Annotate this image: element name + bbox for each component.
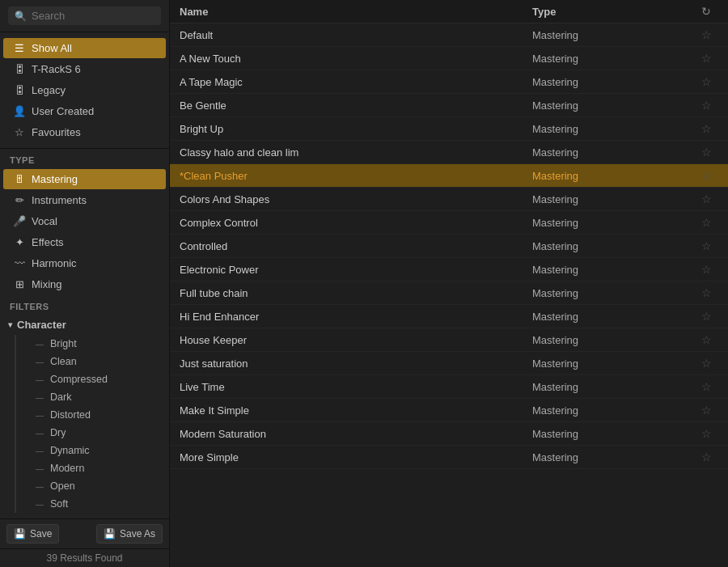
row-name: House Keeper [180, 334, 532, 346]
filter-item-dry[interactable]: — Dry [28, 424, 166, 442]
type-item-harmonic[interactable]: 〰 Harmonic [3, 253, 166, 273]
instruments-icon: ✏ [13, 194, 26, 206]
favourite-icon[interactable]: ☆ [694, 286, 718, 299]
table-row[interactable]: Just saturation Mastering ☆ [170, 352, 728, 375]
filter-item-open[interactable]: — Open [28, 477, 166, 495]
refresh-button[interactable]: ↻ [694, 5, 718, 18]
favourite-icon[interactable]: ☆ [694, 193, 718, 205]
save-button[interactable]: 💾 Save [6, 524, 59, 544]
table-row[interactable]: Colors And Shapes Mastering ☆ [170, 188, 728, 211]
row-name: Classy halo and clean lim [180, 146, 532, 159]
list-icon: ☰ [13, 42, 26, 54]
row-type: Mastering [532, 287, 694, 299]
save-icon: 💾 [14, 528, 26, 539]
favourite-icon[interactable]: ☆ [694, 380, 718, 393]
table-row[interactable]: Full tube chain Mastering ☆ [170, 281, 728, 305]
sidebar-footer: 💾 Save 💾 Save As [0, 518, 169, 548]
row-type: Mastering [532, 311, 694, 323]
table-row[interactable]: More Simple Mastering ☆ [170, 446, 728, 469]
save-as-button[interactable]: 💾 Save As [96, 524, 163, 544]
type-item-effects[interactable]: ✦ Effects [3, 232, 166, 252]
favourite-icon[interactable]: ☆ [694, 357, 718, 370]
filter-item-distorted[interactable]: — Distorted [28, 406, 166, 424]
type-item-instruments[interactable]: ✏ Instruments [3, 190, 166, 210]
filter-label-bright: Bright [50, 338, 77, 349]
row-name: Just saturation [180, 358, 532, 370]
dash-icon: — [36, 375, 44, 384]
nav-label-user-created: User Created [32, 105, 94, 117]
row-type: Mastering [532, 428, 694, 440]
nav-item-favourites[interactable]: ☆ Favourites [3, 122, 166, 142]
main-content: Name Type ↻ Default Mastering ☆ A New To… [170, 0, 728, 567]
favourite-icon[interactable]: ☆ [694, 169, 718, 182]
table-row[interactable]: A New Touch Mastering ☆ [170, 47, 728, 70]
row-name: Colors And Shapes [180, 193, 532, 205]
nav-item-legacy[interactable]: 🎛 Legacy [3, 80, 166, 100]
search-input[interactable] [32, 10, 154, 22]
favourite-icon[interactable]: ☆ [694, 263, 718, 276]
row-type: Mastering [532, 123, 694, 135]
nav-item-user-created[interactable]: 👤 User Created [3, 101, 166, 121]
filters-section-label: Filters [0, 295, 169, 315]
table-row-active[interactable]: *Clean Pusher Mastering ☆ [170, 164, 728, 188]
filter-item-modern[interactable]: — Modern [28, 459, 166, 477]
row-name: Complex Control [180, 217, 532, 229]
favourite-icon[interactable]: ☆ [694, 75, 718, 88]
refresh-icon[interactable]: ↻ [701, 5, 711, 18]
column-header-type: Type [532, 6, 694, 18]
filter-item-compressed[interactable]: — Compressed [28, 370, 166, 388]
table-row[interactable]: Complex Control Mastering ☆ [170, 211, 728, 235]
row-type: Mastering [532, 99, 694, 112]
row-type: Mastering [532, 264, 694, 276]
favourite-icon[interactable]: ☆ [694, 310, 718, 323]
filter-item-clean[interactable]: — Clean [28, 353, 166, 370]
type-item-vocal[interactable]: 🎤 Vocal [3, 211, 166, 231]
favourite-icon[interactable]: ☆ [694, 146, 718, 159]
table-row[interactable]: Controlled Mastering ☆ [170, 235, 728, 258]
table-row[interactable]: A Tape Magic Mastering ☆ [170, 70, 728, 94]
type-label-effects: Effects [32, 236, 64, 248]
type-item-mastering[interactable]: 🎚 Mastering [3, 169, 166, 189]
filter-item-soft[interactable]: — Soft [28, 495, 166, 513]
row-type: Mastering [532, 217, 694, 229]
table-row[interactable]: Be Gentle Mastering ☆ [170, 94, 728, 117]
favourite-icon[interactable]: ☆ [694, 216, 718, 229]
table-row[interactable]: Default Mastering ☆ [170, 23, 728, 47]
favourite-icon[interactable]: ☆ [694, 52, 718, 65]
favourite-icon[interactable]: ☆ [694, 333, 718, 346]
filter-scroll-container[interactable]: ▾ Character — Bright — Clean — [0, 315, 169, 518]
table-row[interactable]: Make It Simple Mastering ☆ [170, 399, 728, 422]
row-name: Default [180, 29, 532, 41]
favourite-icon[interactable]: ☆ [694, 404, 718, 417]
favourite-icon[interactable]: ☆ [694, 28, 718, 41]
nav-item-t-racks[interactable]: 🎛 T-RackS 6 [3, 59, 166, 79]
row-type: Mastering [532, 358, 694, 370]
row-type: Mastering [532, 170, 694, 182]
row-type: Mastering [532, 240, 694, 252]
filter-label-compressed: Compressed [50, 374, 108, 385]
table-row[interactable]: Electronic Power Mastering ☆ [170, 258, 728, 281]
filter-group-character-header[interactable]: ▾ Character [0, 315, 166, 335]
save-label: Save [30, 528, 52, 539]
type-item-mixing[interactable]: ⊞ Mixing [3, 274, 166, 294]
table-row[interactable]: Hi End Enhancer Mastering ☆ [170, 305, 728, 328]
table-row[interactable]: Classy halo and clean lim Mastering ☆ [170, 141, 728, 164]
filters-scroll-area: ▾ Character — Bright — Clean — [0, 315, 169, 518]
row-name: Electronic Power [180, 264, 532, 276]
filter-item-dark[interactable]: — Dark [28, 388, 166, 406]
favourite-icon[interactable]: ☆ [694, 239, 718, 252]
favourite-icon[interactable]: ☆ [694, 451, 718, 463]
dash-icon: — [36, 464, 44, 473]
table-row[interactable]: Bright Up Mastering ☆ [170, 117, 728, 141]
table-row[interactable]: Live Time Mastering ☆ [170, 375, 728, 399]
table-row[interactable]: Modern Saturation Mastering ☆ [170, 422, 728, 446]
favourite-icon[interactable]: ☆ [694, 122, 718, 135]
favourite-icon[interactable]: ☆ [694, 99, 718, 112]
sidebar-nav: ☰ Show All 🎛 T-RackS 6 🎛 Legacy 👤 User C… [0, 32, 169, 149]
favourite-icon[interactable]: ☆ [694, 427, 718, 440]
filter-item-dynamic[interactable]: — Dynamic [28, 442, 166, 459]
filter-item-bright[interactable]: — Bright [28, 335, 166, 353]
nav-item-show-all[interactable]: ☰ Show All [3, 38, 166, 58]
table-row[interactable]: House Keeper Mastering ☆ [170, 328, 728, 352]
app-container: 🔍 ☰ Show All 🎛 T-RackS 6 🎛 Legacy 👤 User… [0, 0, 728, 567]
